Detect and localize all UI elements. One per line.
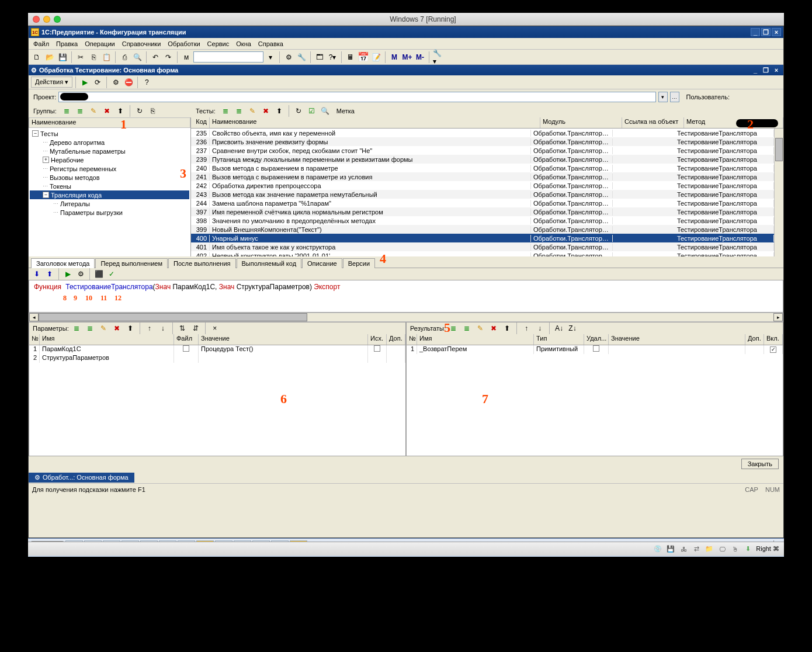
tree-node[interactable]: +Нерабочие bbox=[30, 155, 189, 164]
vm-display-icon[interactable]: 🖵 bbox=[717, 545, 727, 554]
window-tab[interactable]: ⚙ Обработ...: Основная форма bbox=[29, 473, 134, 483]
tree-node[interactable]: ⋯Регистры переменных bbox=[30, 164, 189, 173]
tree-node[interactable]: ⋯Литералы bbox=[30, 199, 189, 208]
search-dropdown-icon[interactable]: ▾ bbox=[265, 51, 276, 63]
vm-hd-icon[interactable]: 💾 bbox=[666, 545, 675, 554]
find-icon[interactable]: м bbox=[181, 51, 192, 63]
window-restore-icon[interactable]: ❐ bbox=[761, 28, 771, 36]
print-icon[interactable]: ⎙ bbox=[119, 51, 130, 63]
window-icon[interactable]: 🗔 bbox=[314, 51, 325, 63]
rth-num[interactable]: № bbox=[407, 334, 417, 345]
play-icon[interactable]: ▶ bbox=[79, 77, 91, 88]
table-row[interactable]: 399Новый ВнешняяКомпонента("Текст")Обраб… bbox=[191, 225, 774, 234]
vm-capture-icon[interactable]: ⬇ bbox=[743, 545, 752, 554]
groups-add2-icon[interactable]: ≣ bbox=[74, 105, 86, 117]
code-check-icon[interactable]: ✓ bbox=[106, 268, 117, 280]
tests-add2-icon[interactable]: ≣ bbox=[233, 105, 245, 117]
params-add-icon[interactable]: ≣ bbox=[71, 322, 82, 334]
table-row[interactable]: 240Вызов метода с выражением в параметре… bbox=[191, 164, 774, 172]
table-row[interactable]: 401Имя объекта такое же как у конструкто… bbox=[191, 242, 774, 251]
groups-delete-icon[interactable]: ✖ bbox=[101, 105, 113, 117]
code-up-icon[interactable]: ⬆ bbox=[44, 268, 55, 280]
code-down-icon[interactable]: ⬇ bbox=[31, 268, 43, 280]
params-close-icon[interactable]: × bbox=[209, 322, 221, 334]
copy-icon[interactable]: ⎘ bbox=[88, 51, 99, 63]
results-sort-icon[interactable]: A↓ bbox=[553, 322, 565, 334]
table-row[interactable]: 235Свойство объекта, имя как у переменно… bbox=[191, 129, 774, 137]
tests-delete-icon[interactable]: ✖ bbox=[260, 105, 272, 117]
table-row[interactable]: 402Неявный конструктор даты '2001-01-01'… bbox=[191, 251, 774, 256]
tab-versions[interactable]: Версии bbox=[343, 258, 375, 268]
close-button[interactable]: Закрыть bbox=[741, 459, 779, 469]
table-scrollbar-v[interactable] bbox=[774, 129, 783, 256]
search-input[interactable] bbox=[193, 51, 263, 63]
m-minus-icon[interactable]: M- bbox=[414, 51, 426, 63]
actions-button[interactable]: Действия ▾ bbox=[31, 77, 72, 88]
table-row[interactable]: 236Присвоить значение реквизиту формыОбр… bbox=[191, 137, 774, 146]
groups-add-icon[interactable]: ≣ bbox=[61, 105, 72, 117]
table-row[interactable]: 244Замена шаблона параметра "%1парам"Обр… bbox=[191, 199, 774, 207]
th-link[interactable]: Ссылка на объект bbox=[622, 117, 684, 128]
window-close-icon[interactable]: × bbox=[772, 28, 781, 36]
calc-icon[interactable]: 🖩 bbox=[345, 51, 356, 63]
cut-icon[interactable]: ✂ bbox=[75, 51, 86, 63]
save-icon[interactable]: 💾 bbox=[57, 51, 68, 63]
calendar-icon[interactable]: 📅 bbox=[358, 51, 369, 63]
rth-del[interactable]: Удал... bbox=[584, 334, 609, 345]
pth-value[interactable]: Значение bbox=[199, 334, 368, 345]
code-scrollbar-h[interactable]: ◂▸ bbox=[29, 313, 783, 322]
param-row[interactable]: 1ПарамКод1СПроцедура Тест() bbox=[29, 345, 405, 354]
refresh-icon[interactable]: ⟳ bbox=[92, 77, 103, 88]
params-edit-icon[interactable]: ✎ bbox=[98, 322, 109, 334]
menu-edit[interactable]: Правка bbox=[53, 39, 81, 48]
params-del-icon[interactable]: ✖ bbox=[111, 322, 123, 334]
rth-value[interactable]: Значение bbox=[609, 334, 745, 345]
results-del-icon[interactable]: ✖ bbox=[488, 322, 499, 334]
rth-incl[interactable]: Вкл. bbox=[764, 334, 783, 345]
paste-icon[interactable]: 📋 bbox=[100, 51, 112, 63]
mac-close-button[interactable] bbox=[33, 16, 40, 23]
table-row[interactable]: 398Значения по умолчанию в предопределён… bbox=[191, 216, 774, 225]
pth-add[interactable]: Доп. bbox=[387, 334, 405, 345]
table-row[interactable]: 241Вызов метода с выражением в параметре… bbox=[191, 172, 774, 181]
results-moveup-icon[interactable]: ↑ bbox=[520, 322, 532, 334]
window-minimize-icon[interactable]: _ bbox=[751, 28, 760, 36]
params-add2-icon[interactable]: ≣ bbox=[84, 322, 96, 334]
undo-icon[interactable]: ↶ bbox=[150, 51, 161, 63]
vm-net-icon[interactable]: 🖧 bbox=[679, 545, 688, 554]
groups-up-icon[interactable]: ⬆ bbox=[114, 105, 126, 117]
tab-header-method[interactable]: Заголовок метода bbox=[31, 258, 95, 268]
pth-src[interactable]: Исх. bbox=[368, 334, 387, 345]
tests-ref-icon[interactable]: ↻ bbox=[293, 105, 304, 117]
config-icon[interactable]: ⚙ bbox=[110, 77, 122, 88]
mac-minimize-button[interactable] bbox=[43, 16, 50, 23]
settings-icon[interactable]: ⚙ bbox=[283, 51, 294, 63]
tests-up-icon[interactable]: ⬆ bbox=[273, 105, 285, 117]
preview-icon[interactable]: 🔍 bbox=[131, 51, 143, 63]
th-code[interactable]: Код bbox=[191, 117, 210, 128]
result-row[interactable]: 1_ВозвратПеремПримитивный✓ bbox=[407, 345, 783, 354]
vm-usb-icon[interactable]: ⇄ bbox=[692, 545, 701, 554]
vm-share-icon[interactable]: 📁 bbox=[705, 545, 714, 554]
pth-file[interactable]: Файл bbox=[174, 334, 199, 345]
th-name[interactable]: Наименование bbox=[210, 117, 540, 128]
menu-help[interactable]: Справка bbox=[255, 39, 287, 48]
sub-restore-icon[interactable]: ❐ bbox=[761, 66, 771, 74]
table-row[interactable]: 243Вызов метода как значение параметра н… bbox=[191, 190, 774, 199]
project-input[interactable] bbox=[58, 92, 655, 102]
vm-mouse-icon[interactable]: 🖱 bbox=[730, 545, 740, 554]
results-movedn-icon[interactable]: ↓ bbox=[534, 322, 546, 334]
tests-search-icon[interactable]: 🔍 bbox=[320, 105, 331, 117]
groups-ref-icon[interactable]: ↻ bbox=[134, 105, 145, 117]
help2-icon[interactable]: ? bbox=[141, 77, 152, 88]
results-edit-icon[interactable]: ✎ bbox=[474, 322, 486, 334]
m-plus-icon[interactable]: M+ bbox=[401, 51, 413, 63]
params-body[interactable]: 1ПарамКод1СПроцедура Тест()2СтруктураПар… bbox=[29, 345, 405, 456]
tab-exec-code[interactable]: Выполняемый код bbox=[237, 258, 302, 268]
menu-processing[interactable]: Обработки bbox=[164, 39, 203, 48]
help-icon[interactable]: ?▾ bbox=[327, 51, 338, 63]
sub-close-icon[interactable]: × bbox=[772, 66, 781, 74]
tree-body[interactable]: −Тесты⋯Дерево алгоритма⋯Мутабельные пара… bbox=[29, 128, 190, 256]
tree-node[interactable]: ⋯Мутабельные параметры bbox=[30, 147, 189, 155]
th-module[interactable]: Модуль bbox=[540, 117, 622, 128]
